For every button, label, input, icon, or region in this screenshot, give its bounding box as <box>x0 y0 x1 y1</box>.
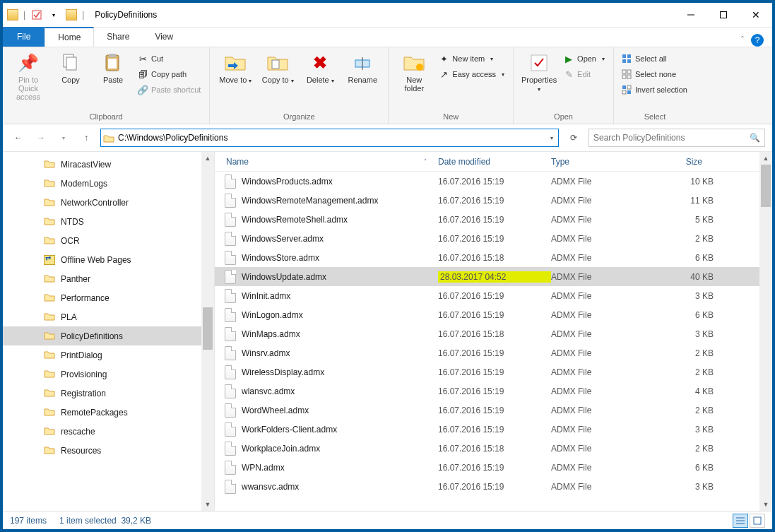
search-input[interactable] <box>593 133 750 143</box>
file-row[interactable]: WinInit.admx16.07.2016 15:19ADMX File3 K… <box>215 286 772 305</box>
tree-item[interactable]: OCR <box>3 231 214 250</box>
move-to-button[interactable]: Move to ▾ <box>215 50 255 85</box>
paste-button[interactable]: Paste <box>93 50 133 85</box>
home-tab[interactable]: Home <box>45 27 94 47</box>
col-size[interactable]: Size <box>644 157 708 167</box>
scroll-up-icon[interactable]: ▲ <box>201 152 214 165</box>
file-icon <box>225 251 236 265</box>
maximize-button[interactable] <box>707 4 740 25</box>
collapse-ribbon-button[interactable]: ˆ <box>741 35 744 45</box>
new-item-button[interactable]: ✦New item▾ <box>437 52 507 66</box>
copy-path-button[interactable]: 🗐Copy path <box>136 67 203 81</box>
file-row[interactable]: WinMaps.admx16.07.2016 15:18ADMX File3 K… <box>215 324 772 343</box>
scroll-up-icon[interactable]: ▲ <box>759 152 772 165</box>
file-row[interactable]: WinLogon.admx16.07.2016 15:19ADMX File6 … <box>215 305 772 324</box>
tree-item[interactable]: Offline Web Pages <box>3 250 214 269</box>
col-date[interactable]: Date modified <box>432 157 545 167</box>
tree-item[interactable]: MiracastView <box>3 155 214 174</box>
tree-item[interactable]: Resources <box>3 441 214 460</box>
scroll-down-icon[interactable]: ▼ <box>759 498 772 511</box>
qat-dropdown-button[interactable]: ▾ <box>47 8 60 21</box>
file-date: 16.07.2016 15:19 <box>438 482 551 492</box>
tree-item[interactable]: Registration <box>3 384 214 403</box>
list-scroll-thumb[interactable] <box>761 165 771 207</box>
share-tab[interactable]: Share <box>94 27 142 47</box>
recent-locations-button[interactable]: ▾ <box>55 129 72 146</box>
tree-item[interactable]: PolicyDefinitions <box>3 326 214 345</box>
file-icon <box>225 422 236 437</box>
open-button[interactable]: ▶Open▾ <box>562 52 608 66</box>
file-row[interactable]: WordWheel.admx16.07.2016 15:19ADMX File2… <box>215 401 772 420</box>
file-row[interactable]: WorkplaceJoin.admx16.07.2016 15:18ADMX F… <box>215 439 772 458</box>
qat-properties-button[interactable] <box>30 8 43 21</box>
tree-item[interactable]: PrintDialog <box>3 345 214 365</box>
edit-button[interactable]: ✎Edit <box>562 67 608 81</box>
details-view-button[interactable] <box>733 514 748 528</box>
minimize-button[interactable] <box>675 4 707 25</box>
file-size: 10 KB <box>650 177 714 187</box>
new-folder-button[interactable]: New folder <box>394 50 434 94</box>
file-row[interactable]: WindowsServer.admx16.07.2016 15:19ADMX F… <box>215 229 772 248</box>
file-row[interactable]: wwansvc.admx16.07.2016 15:19ADMX File3 K… <box>215 477 772 496</box>
svg-rect-18 <box>627 70 631 73</box>
close-button[interactable]: ✕ <box>740 4 772 25</box>
search-box[interactable]: 🔍 <box>588 129 765 147</box>
tree-scrollbar[interactable]: ▲ ▼ <box>201 152 214 511</box>
forward-button[interactable]: → <box>32 129 49 146</box>
file-row[interactable]: WindowsProducts.admx16.07.2016 15:19ADMX… <box>215 172 772 191</box>
tree-item[interactable]: Provisioning <box>3 365 214 384</box>
folder-icon <box>44 273 55 285</box>
col-name[interactable]: Name˄ <box>220 157 432 167</box>
back-button[interactable]: ← <box>10 129 27 146</box>
rename-icon <box>351 52 374 74</box>
copy-to-button[interactable]: Copy to ▾ <box>258 50 297 85</box>
tree-item-label: Panther <box>61 274 90 284</box>
cut-button[interactable]: ✂Cut <box>136 52 203 66</box>
file-row[interactable]: WPN.admx16.07.2016 15:19ADMX File6 KB <box>215 458 772 477</box>
easy-access-button[interactable]: ↗Easy access▾ <box>437 67 507 81</box>
properties-button[interactable]: Properties ▾ <box>519 50 559 94</box>
rename-button[interactable]: Rename <box>343 50 382 85</box>
delete-button[interactable]: ✖ Delete ▾ <box>300 50 340 85</box>
refresh-button[interactable]: ⟳ <box>564 129 583 147</box>
tree-item[interactable]: NetworkController <box>3 193 214 212</box>
list-scrollbar[interactable]: ▲ ▼ <box>759 152 772 511</box>
invert-selection-button[interactable]: Invert selection <box>620 83 690 97</box>
tree-item[interactable]: Panther <box>3 269 214 288</box>
address-dropdown-button[interactable]: ▾ <box>544 135 558 141</box>
large-icons-view-button[interactable] <box>750 514 765 528</box>
pin-to-quick-access-button[interactable]: 📌 Pin to Quick access <box>8 50 48 102</box>
tree-item[interactable]: rescache <box>3 422 214 441</box>
tree-item-label: NTDS <box>61 217 84 227</box>
help-button[interactable]: ? <box>751 34 764 47</box>
file-row[interactable]: Winsrv.admx16.07.2016 15:19ADMX File2 KB <box>215 343 772 362</box>
file-date: 16.07.2016 15:18 <box>438 329 551 339</box>
tree-item[interactable]: ModemLogs <box>3 174 214 193</box>
address-input[interactable] <box>117 133 544 143</box>
col-type[interactable]: Type <box>545 157 644 167</box>
select-all-button[interactable]: Select all <box>620 52 690 66</box>
file-row[interactable]: WindowsRemoteShell.admx16.07.2016 15:19A… <box>215 210 772 229</box>
tree-item[interactable]: PLA <box>3 307 214 326</box>
scroll-down-icon[interactable]: ▼ <box>201 498 214 511</box>
file-row[interactable]: WindowsStore.admx16.07.2016 15:18ADMX Fi… <box>215 248 772 267</box>
tree-item[interactable]: NTDS <box>3 212 214 231</box>
svg-rect-7 <box>108 59 117 69</box>
file-tab[interactable]: File <box>3 27 45 47</box>
file-row[interactable]: WindowsRemoteManagement.admx16.07.2016 1… <box>215 191 772 210</box>
tree-item-label: PLA <box>61 312 77 322</box>
up-button[interactable]: ↑ <box>78 129 95 146</box>
select-none-button[interactable]: Select none <box>620 67 690 81</box>
address-bar[interactable]: ▾ <box>100 129 559 147</box>
file-row[interactable]: WindowsUpdate.admx28.03.2017 04:52ADMX F… <box>215 267 772 286</box>
newitem-label: New item <box>452 54 485 63</box>
view-tab[interactable]: View <box>142 27 186 47</box>
tree-item[interactable]: Performance <box>3 288 214 307</box>
file-row[interactable]: WirelessDisplay.admx16.07.2016 15:19ADMX… <box>215 362 772 382</box>
tree-scroll-thumb[interactable] <box>203 307 213 350</box>
copy-button[interactable]: Copy <box>51 50 90 85</box>
file-row[interactable]: WorkFolders-Client.admx16.07.2016 15:19A… <box>215 420 772 439</box>
paste-shortcut-button[interactable]: 🔗Paste shortcut <box>136 83 203 97</box>
tree-item[interactable]: RemotePackages <box>3 403 214 422</box>
file-row[interactable]: wlansvc.admx16.07.2016 15:19ADMX File4 K… <box>215 382 772 401</box>
